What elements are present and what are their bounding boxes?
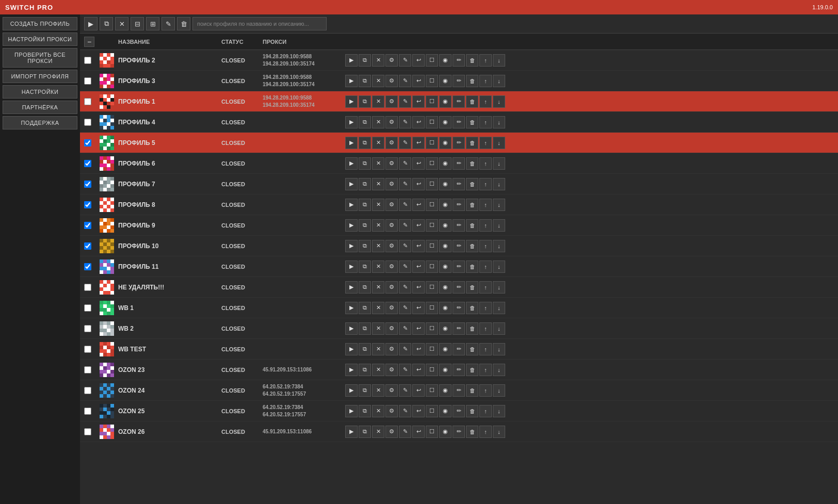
sidebar-btn-settings[interactable]: НАСТРОЙКИ	[3, 85, 77, 99]
row-action-export[interactable]: ☐	[426, 54, 438, 67]
row-action-import-cookie[interactable]: ↩	[412, 343, 425, 355]
row-action-settings[interactable]: ⚙	[385, 240, 398, 252]
row-action-delete[interactable]: 🗑	[466, 199, 478, 211]
row-action-move-down[interactable]: ↓	[493, 240, 505, 252]
row-action-move-up[interactable]: ↑	[479, 261, 492, 273]
table-row[interactable]: Профиль 7Closed▶⧉✕⚙✎↩☐◉✏🗑↑↓	[80, 174, 838, 194]
row-action-edit[interactable]: ✎	[399, 199, 411, 211]
row-action-stop[interactable]: ✕	[372, 95, 384, 108]
row-action-export[interactable]: ☐	[426, 240, 438, 252]
row-checkbox[interactable]	[84, 263, 91, 270]
row-checkbox[interactable]	[84, 98, 91, 105]
row-action-export[interactable]: ☐	[426, 364, 438, 376]
row-action-stop[interactable]: ✕	[372, 54, 384, 67]
row-action-view[interactable]: ◉	[439, 137, 452, 149]
row-action-settings[interactable]: ⚙	[385, 95, 398, 108]
row-action-delete[interactable]: 🗑	[466, 157, 478, 170]
row-checkbox[interactable]	[84, 160, 91, 167]
row-action-brush[interactable]: ✏	[453, 137, 465, 149]
row-action-export[interactable]: ☐	[426, 384, 438, 397]
row-action-delete[interactable]: 🗑	[466, 178, 478, 190]
row-action-edit[interactable]: ✎	[399, 302, 411, 314]
row-action-copy[interactable]: ⧉	[359, 199, 371, 211]
row-action-settings[interactable]: ⚙	[385, 384, 398, 397]
row-action-view[interactable]: ◉	[439, 240, 452, 252]
row-action-play[interactable]: ▶	[345, 157, 358, 170]
row-action-copy[interactable]: ⧉	[359, 116, 371, 128]
row-action-delete[interactable]: 🗑	[466, 343, 478, 355]
row-action-view[interactable]: ◉	[439, 322, 452, 335]
row-action-move-down[interactable]: ↓	[493, 343, 505, 355]
row-action-stop[interactable]: ✕	[372, 219, 384, 232]
row-action-view[interactable]: ◉	[439, 384, 452, 397]
row-action-view[interactable]: ◉	[439, 281, 452, 294]
row-action-copy[interactable]: ⧉	[359, 405, 371, 417]
row-action-copy[interactable]: ⧉	[359, 157, 371, 170]
row-action-import-cookie[interactable]: ↩	[412, 137, 425, 149]
row-action-brush[interactable]: ✏	[453, 405, 465, 417]
row-action-move-down[interactable]: ↓	[493, 322, 505, 335]
row-checkbox[interactable]	[84, 387, 91, 394]
row-action-import-cookie[interactable]: ↩	[412, 199, 425, 211]
row-action-import-cookie[interactable]: ↩	[412, 54, 425, 67]
row-action-export[interactable]: ☐	[426, 426, 438, 438]
row-action-copy[interactable]: ⧉	[359, 364, 371, 376]
row-action-settings[interactable]: ⚙	[385, 54, 398, 67]
toolbar-play-btn[interactable]: ▶	[84, 17, 98, 30]
row-action-edit[interactable]: ✎	[399, 137, 411, 149]
row-action-copy[interactable]: ⧉	[359, 261, 371, 273]
row-action-delete[interactable]: 🗑	[466, 281, 478, 294]
row-action-copy[interactable]: ⧉	[359, 95, 371, 108]
row-action-settings[interactable]: ⚙	[385, 364, 398, 376]
row-action-settings[interactable]: ⚙	[385, 343, 398, 355]
row-action-move-up[interactable]: ↑	[479, 54, 492, 67]
row-action-move-down[interactable]: ↓	[493, 157, 505, 170]
row-action-move-up[interactable]: ↑	[479, 137, 492, 149]
row-action-move-down[interactable]: ↓	[493, 281, 505, 294]
search-input[interactable]	[192, 17, 327, 30]
row-checkbox[interactable]	[84, 201, 91, 208]
row-action-delete[interactable]: 🗑	[466, 384, 478, 397]
row-action-view[interactable]: ◉	[439, 261, 452, 273]
row-action-settings[interactable]: ⚙	[385, 219, 398, 232]
row-action-import-cookie[interactable]: ↩	[412, 405, 425, 417]
row-action-play[interactable]: ▶	[345, 364, 358, 376]
row-action-stop[interactable]: ✕	[372, 261, 384, 273]
row-action-settings[interactable]: ⚙	[385, 322, 398, 335]
row-action-settings[interactable]: ⚙	[385, 116, 398, 128]
row-action-stop[interactable]: ✕	[372, 405, 384, 417]
sidebar-btn-create-profile[interactable]: СОЗДАТЬ ПРОФИЛЬ	[3, 17, 77, 30]
row-action-move-down[interactable]: ↓	[493, 384, 505, 397]
row-action-settings[interactable]: ⚙	[385, 157, 398, 170]
row-checkbox[interactable]	[84, 428, 91, 435]
row-action-import-cookie[interactable]: ↩	[412, 95, 425, 108]
row-action-brush[interactable]: ✏	[453, 322, 465, 335]
row-action-import-cookie[interactable]: ↩	[412, 157, 425, 170]
row-action-edit[interactable]: ✎	[399, 54, 411, 67]
row-action-delete[interactable]: 🗑	[466, 75, 478, 87]
row-action-import-cookie[interactable]: ↩	[412, 219, 425, 232]
row-checkbox[interactable]	[84, 366, 91, 373]
row-action-brush[interactable]: ✏	[453, 302, 465, 314]
row-action-stop[interactable]: ✕	[372, 426, 384, 438]
row-action-settings[interactable]: ⚙	[385, 137, 398, 149]
row-action-move-up[interactable]: ↑	[479, 157, 492, 170]
row-action-copy[interactable]: ⧉	[359, 322, 371, 335]
row-action-edit[interactable]: ✎	[399, 95, 411, 108]
row-action-view[interactable]: ◉	[439, 219, 452, 232]
row-action-delete[interactable]: 🗑	[466, 116, 478, 128]
row-action-settings[interactable]: ⚙	[385, 199, 398, 211]
row-action-play[interactable]: ▶	[345, 137, 358, 149]
row-action-play[interactable]: ▶	[345, 75, 358, 87]
row-action-stop[interactable]: ✕	[372, 343, 384, 355]
row-action-play[interactable]: ▶	[345, 384, 358, 397]
row-action-move-down[interactable]: ↓	[493, 302, 505, 314]
row-action-import-cookie[interactable]: ↩	[412, 178, 425, 190]
row-action-settings[interactable]: ⚙	[385, 426, 398, 438]
table-row[interactable]: Профиль 5Closed▶⧉✕⚙✎↩☐◉✏🗑↑↓	[80, 133, 838, 153]
row-action-move-down[interactable]: ↓	[493, 405, 505, 417]
row-action-play[interactable]: ▶	[345, 199, 358, 211]
table-row[interactable]: OZON 26Closed45.91.209.153:11086▶⧉✕⚙✎↩☐◉…	[80, 421, 838, 442]
row-action-play[interactable]: ▶	[345, 240, 358, 252]
row-action-move-up[interactable]: ↑	[479, 384, 492, 397]
